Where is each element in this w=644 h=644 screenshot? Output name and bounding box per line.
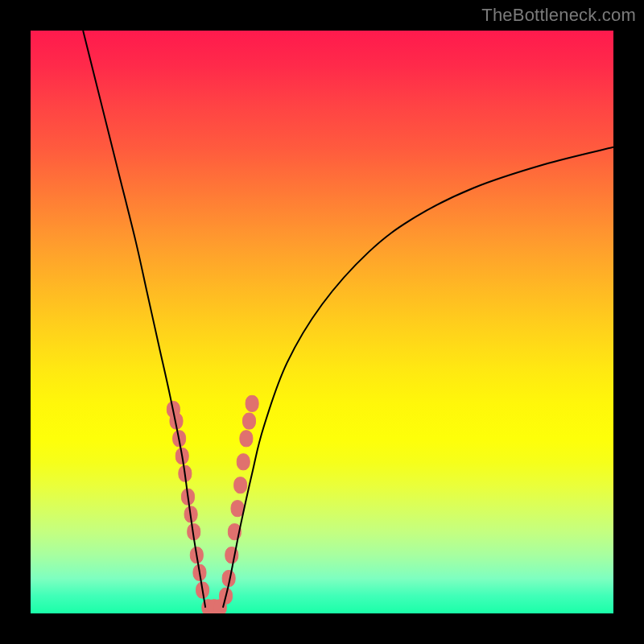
- data-marker: [231, 501, 244, 517]
- curve-right: [223, 147, 613, 608]
- chart-frame: TheBottleneck.com: [0, 0, 644, 644]
- watermark-text: TheBottleneck.com: [481, 5, 636, 26]
- data-marker: [246, 395, 258, 411]
- data-marker: [237, 454, 250, 470]
- data-marker: [234, 477, 247, 493]
- chart-svg: [31, 31, 613, 613]
- data-marker: [243, 413, 256, 429]
- plot-background: [31, 31, 613, 613]
- data-marker: [240, 431, 253, 447]
